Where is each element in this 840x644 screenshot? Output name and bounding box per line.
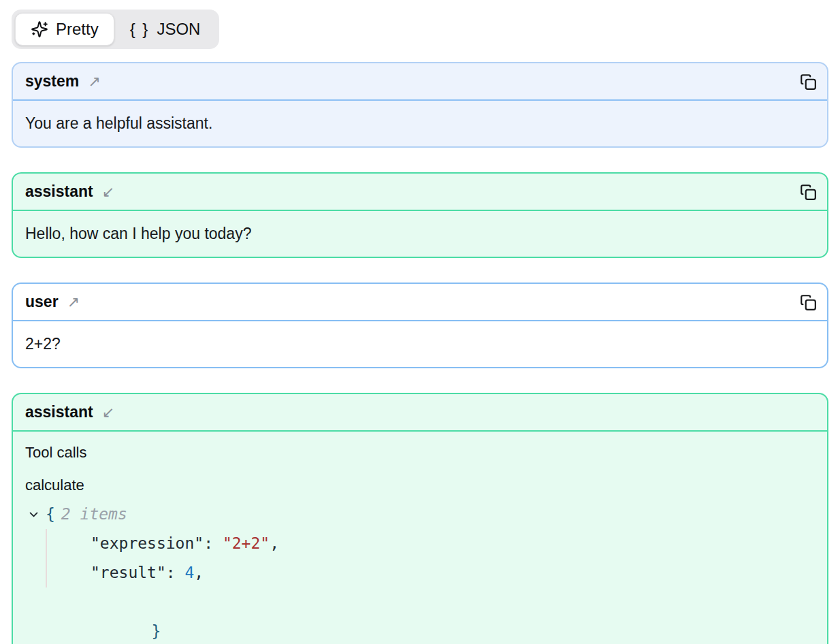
- message-content: 2+2?: [13, 321, 827, 367]
- tab-json-label: JSON: [157, 21, 200, 37]
- prompt-viewer: Pretty { } JSON system ↗ You are a help: [0, 0, 840, 644]
- json-tree: { 2 items "expression": "2+2", "result":…: [28, 500, 815, 644]
- tool-calls-section-label: Tool calls: [25, 444, 815, 462]
- role-label: user: [25, 293, 59, 311]
- json-value: "2+2": [223, 534, 270, 552]
- tab-json[interactable]: { } JSON: [114, 14, 216, 45]
- card-header: assistant ↙: [13, 394, 827, 432]
- tool-name: calculate: [25, 477, 815, 494]
- json-entry: "expression": "2+2",: [91, 529, 815, 558]
- copy-icon: [799, 183, 817, 201]
- copy-icon: [799, 73, 817, 91]
- tab-pretty[interactable]: Pretty: [15, 13, 114, 46]
- role-label: system: [25, 72, 79, 91]
- json-root-line: { 2 items: [28, 500, 815, 529]
- json-close-brace: }: [151, 622, 161, 640]
- tab-pretty-label: Pretty: [56, 21, 99, 37]
- json-close-line: }: [28, 587, 815, 644]
- json-items-count: 2 items: [61, 500, 127, 529]
- view-toggle: Pretty { } JSON: [12, 10, 219, 49]
- copy-button[interactable]: [799, 183, 817, 201]
- arrow-up-right-icon: ↗: [67, 295, 80, 310]
- card-header: assistant ↙: [13, 174, 827, 211]
- message-content: You are a helpful assistant.: [13, 101, 827, 146]
- message-card-assistant-tool: assistant ↙ Tool calls calculate { 2 ite…: [12, 393, 828, 644]
- json-value: 4: [184, 564, 194, 581]
- message-card-user: user ↗ 2+2?: [12, 283, 828, 368]
- message-card-assistant: assistant ↙ Hello, how can I help you to…: [12, 172, 828, 258]
- json-comma: ,: [270, 534, 279, 552]
- arrow-up-right-icon: ↗: [88, 74, 100, 89]
- tool-calls-body: Tool calls calculate { 2 items "expressi…: [13, 432, 827, 644]
- copy-button[interactable]: [799, 73, 817, 91]
- json-comma: ,: [194, 564, 204, 581]
- collapse-chevron-icon[interactable]: [28, 509, 39, 520]
- role-label: assistant: [25, 182, 93, 201]
- message-content: Hello, how can I help you today?: [13, 211, 827, 257]
- copy-button[interactable]: [799, 293, 817, 311]
- message-card-system: system ↗ You are a helpful assistant.: [12, 62, 828, 148]
- json-entry: "result": 4,: [91, 558, 815, 587]
- role-label: assistant: [25, 403, 93, 421]
- json-key: "expression":: [91, 534, 223, 552]
- json-open-brace: {: [46, 500, 55, 529]
- sparkles-icon: [31, 20, 48, 38]
- json-key: "result":: [91, 564, 184, 581]
- card-header: user ↗: [13, 284, 827, 321]
- braces-icon: { }: [130, 21, 150, 37]
- json-children: "expression": "2+2", "result": 4,: [46, 529, 815, 587]
- card-header: system ↗: [13, 63, 827, 101]
- arrow-down-left-icon: ↙: [102, 405, 114, 420]
- copy-icon: [799, 293, 817, 311]
- arrow-down-left-icon: ↙: [102, 184, 114, 199]
